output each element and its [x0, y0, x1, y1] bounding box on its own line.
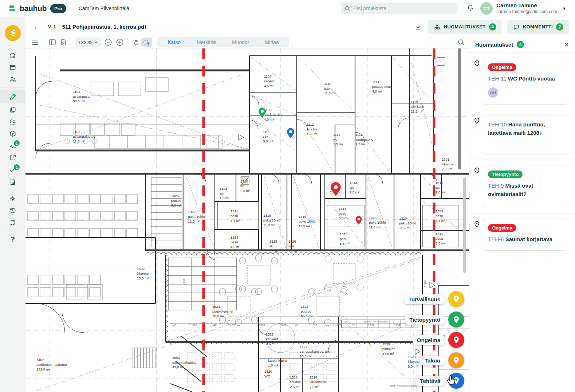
annotation-title: TEH-9 Missä ovat ovimateriaalit? [488, 182, 563, 198]
canvas-scrollbar[interactable] [463, 177, 466, 273]
room-label: 1109siiv3,0 m² [263, 130, 273, 143]
user-menu-caret-icon[interactable]: ▼ [562, 6, 566, 11]
room-label: 1524puutyö-pienet38,0 m² [212, 305, 233, 318]
legend-label: Takuu [420, 356, 445, 365]
marquee-select-icon[interactable] [141, 38, 152, 47]
zoom-out-icon[interactable] [104, 38, 113, 47]
room-label: 1529pintakäs17,5 m² [382, 342, 395, 356]
room-label: 1314wc2,0 m² [349, 181, 359, 194]
annotations-button-label: HUOMAUTUKSET [444, 24, 485, 30]
legend-label: Ongelma [413, 335, 445, 345]
tab-muodot[interactable]: Muodot [224, 39, 257, 45]
dimension-label: 1 610 [190, 324, 197, 327]
room-label: 1309pesu5,5 m² [436, 209, 445, 223]
sidebar-item-signatures[interactable]: 1 [0, 140, 25, 152]
room-label: 1523puutyö66,5 m² [301, 305, 312, 318]
close-icon[interactable]: ✕ [564, 41, 569, 48]
sidebar-item-home[interactable] [0, 49, 25, 61]
sidebar-item-documents[interactable] [0, 103, 25, 115]
hand-tool-icon[interactable] [130, 38, 141, 47]
annotation-card-teh-11[interactable]: OngelmaTEH-11 WC Pönttö vuotaaAH [482, 58, 569, 105]
room-label: 1311wc2,0 m² [435, 181, 445, 194]
annotation-row: OngelmaTEH-11 WC Pönttö vuotaaAH [469, 53, 575, 110]
ongelma-pin[interactable] [355, 216, 362, 225]
home-icon [9, 52, 16, 59]
annotation-type-badge: Tietopyyntö [488, 170, 523, 178]
annotations-panel: Huomautukset 4 ✕ OngelmaTEH-11 WC Pönttö… [469, 36, 575, 392]
project-search[interactable] [341, 3, 457, 14]
sidebar-item-sync[interactable] [0, 216, 25, 228]
document-search-icon[interactable] [457, 39, 465, 46]
search-input[interactable] [353, 5, 454, 11]
sidebar-item-checklist[interactable] [0, 115, 25, 128]
cursor-hand-icon [447, 375, 457, 387]
project-name: CamTam Pilvenpiirtäjä [79, 5, 129, 11]
sidebar-item-share[interactable] [0, 152, 25, 164]
room-label: 1114pesuainevar4,0 m² [372, 80, 391, 93]
sidebar-item-markup-tools[interactable] [0, 90, 25, 103]
annotation-card-teh-9[interactable]: TietopyyntöTEH-9 Missä ovat ovimateriaal… [482, 165, 569, 208]
room-label: 1312pesu5,5 m² [436, 232, 445, 245]
assignee-avatar[interactable]: AH [488, 87, 498, 98]
app-sidebar: 1 1 ? [0, 17, 25, 392]
annotation-card-teh-10[interactable]: TEH-10 Hana puuttuu, laitettava malli 12… [482, 115, 569, 154]
cube-icon [9, 130, 16, 137]
dimension-label: 40 [213, 324, 216, 327]
room-label: 1113wc1,5 m² [333, 133, 343, 146]
zoom-level-control[interactable]: 133 % [75, 38, 101, 47]
room-label: 1320wc2,8 m² [240, 179, 250, 193]
tehtava-pin[interactable] [287, 128, 295, 139]
share-icon [9, 154, 16, 161]
page-settings-icon[interactable] [58, 38, 69, 47]
tab-katso[interactable]: Katso [159, 39, 189, 45]
room-label: 1112sos.tila12,0 m² [307, 122, 318, 136]
comments-button[interactable]: KOMMENTTI 2 [507, 20, 569, 34]
tab-mittaa[interactable]: Mittaa [257, 39, 287, 45]
project-logo[interactable] [5, 25, 21, 41]
legend-pin-button-turvallisuus[interactable] [448, 291, 464, 307]
floorplan-drawing: 1104astianpesu36,0 m²1103astianpalautus1… [25, 48, 469, 392]
user-block[interactable]: Carmen Tamme carmen.tamme@admicom.com [496, 2, 557, 15]
sidebar-item-help[interactable]: ? [0, 233, 25, 245]
notifications-bell-icon[interactable] [467, 4, 474, 13]
legend-pin-button-takuu[interactable] [448, 352, 464, 368]
floorplan-canvas[interactable]: 1104astianpesu36,0 m²1103astianpalautus1… [25, 48, 469, 392]
dimension-label: 40 [173, 324, 176, 327]
sidebar-divider [0, 231, 25, 231]
sidebar-item-settings[interactable] [0, 192, 25, 204]
sidebar-item-history[interactable] [0, 204, 25, 216]
sidebar-item-contacts[interactable] [0, 73, 25, 85]
user-avatar[interactable]: CT [480, 2, 493, 15]
ongelma-pin[interactable] [330, 182, 341, 197]
legend-label: Tehtävä [416, 376, 445, 386]
room-label: 1325porras9,0 m² [171, 194, 181, 207]
annotation-row: TietopyyntöTEH-9 Missä ovat ovimateriaal… [469, 160, 575, 213]
sidebar-item-models[interactable] [0, 128, 25, 140]
room-label: 1503suunnitteluaula43,0 m² [172, 356, 196, 369]
bauhub-logo-icon [9, 4, 17, 12]
tab-merkitse[interactable]: Merkitse [189, 39, 224, 45]
legend-label: Tietopyyntö [405, 315, 445, 325]
menu-icon[interactable] [30, 38, 41, 47]
annotation-type-badge: Ongelma [488, 63, 516, 71]
room-label: 1107var-ast4,5 m² [264, 74, 275, 88]
legend-pin-button-ongelma[interactable] [448, 332, 464, 348]
download-icon[interactable] [413, 22, 423, 32]
sidebar-item-contracts[interactable] [0, 176, 25, 188]
thumbnails-panel-icon[interactable] [47, 38, 58, 47]
room-label: 1402auditorion näyttämö102,0 m² [36, 358, 67, 371]
back-arrow-icon[interactable]: ← [34, 23, 43, 31]
sidebar-item-approvals[interactable]: 1 [0, 164, 25, 176]
room-label: 1522kenkäet2,6 m² [266, 332, 278, 346]
annotation-card-teh-8[interactable]: OngelmaTEH-8 Saumat korjattava [482, 219, 569, 251]
dimension-label: 40 [295, 324, 298, 327]
room-label: 1316puku 10hlö11,5 m² [299, 215, 315, 228]
sidebar-divider [0, 190, 25, 190]
sidebar-item-board[interactable] [0, 61, 25, 73]
annotation-pin-gutter [472, 115, 482, 154]
document-version: V 1 [48, 24, 56, 30]
annotations-button[interactable]: HUOMAUTUKSET 4 [428, 20, 502, 34]
zoom-in-icon[interactable] [115, 38, 124, 47]
annotation-pin-gutter [472, 165, 482, 208]
legend-pin-button-tietopyyntö[interactable] [448, 311, 464, 328]
